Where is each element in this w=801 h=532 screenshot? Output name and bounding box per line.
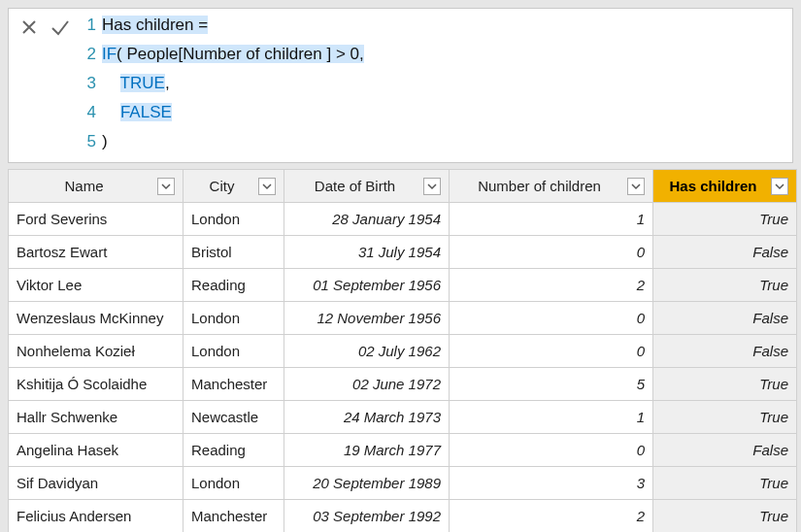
cell-dob[interactable]: 20 September 1989: [284, 467, 450, 500]
cell-name[interactable]: Angelina Hasek: [9, 434, 184, 467]
col-label: Date of Birth: [292, 178, 417, 194]
cell-name[interactable]: Sif Davidyan: [9, 467, 184, 500]
formula-bar: 1 2 3 4 5 Has children =IF( People[Numbe…: [8, 8, 793, 163]
cell-num[interactable]: 0: [450, 434, 653, 467]
dax-editor[interactable]: 1 2 3 4 5 Has children =IF( People[Numbe…: [81, 9, 792, 162]
cell-name[interactable]: Wenzeslaus McKinney: [9, 302, 184, 335]
cell-name[interactable]: Viktor Lee: [9, 269, 184, 302]
cell-city[interactable]: London: [184, 335, 284, 368]
filter-button[interactable]: [771, 178, 788, 195]
table-row[interactable]: Felicius Andersen Manchester 03 Septembe…: [9, 500, 797, 533]
app-surface: 1 2 3 4 5 Has children =IF( People[Numbe…: [0, 0, 801, 532]
cell-dob[interactable]: 02 July 1962: [284, 335, 450, 368]
cell-name[interactable]: Bartosz Ewart: [9, 236, 184, 269]
cell-name[interactable]: Kshitija Ó Scolaidhe: [9, 368, 184, 401]
col-label: City: [191, 178, 252, 194]
cell-num[interactable]: 0: [450, 302, 653, 335]
cell-has[interactable]: False: [653, 302, 797, 335]
cell-has[interactable]: True: [653, 401, 797, 434]
chevron-down-icon: [631, 182, 641, 191]
cell-city[interactable]: London: [184, 203, 284, 236]
line-gutter: 1 2 3 4 5: [81, 11, 102, 156]
table: Name City Date of Birth: [8, 169, 797, 532]
chevron-down-icon: [775, 182, 784, 191]
cell-dob[interactable]: 03 September 1992: [284, 500, 450, 533]
table-body: Ford Severins London 28 January 1954 1 T…: [9, 203, 797, 533]
header-row: Name City Date of Birth: [9, 170, 797, 203]
cell-has[interactable]: False: [653, 236, 797, 269]
col-label: Name: [17, 178, 151, 194]
table-row[interactable]: Hallr Schwenke Newcastle 24 March 1973 1…: [9, 401, 797, 434]
cell-dob[interactable]: 31 July 1954: [284, 236, 450, 269]
code-area[interactable]: Has children =IF( People[Number of child…: [102, 11, 792, 156]
cell-has[interactable]: True: [653, 500, 797, 533]
table-row[interactable]: Viktor Lee Reading 01 September 1956 2 T…: [9, 269, 797, 302]
col-label: Has children: [661, 178, 765, 194]
close-icon: [19, 17, 39, 41]
check-icon: [50, 17, 71, 42]
cell-city[interactable]: Newcastle: [184, 401, 284, 434]
cell-city[interactable]: Manchester: [184, 500, 284, 533]
table-row[interactable]: Angelina Hasek Reading 19 March 1977 0 F…: [9, 434, 797, 467]
cell-dob[interactable]: 02 June 1972: [284, 368, 450, 401]
cell-city[interactable]: Reading: [184, 269, 284, 302]
chevron-down-icon: [161, 182, 171, 191]
table-row[interactable]: Wenzeslaus McKinney London 12 November 1…: [9, 302, 797, 335]
cancel-formula-button[interactable]: [15, 15, 44, 44]
col-header-city[interactable]: City: [184, 170, 284, 203]
cell-num[interactable]: 0: [450, 335, 653, 368]
table-row[interactable]: Kshitija Ó Scolaidhe Manchester 02 June …: [9, 368, 797, 401]
table-row[interactable]: Ford Severins London 28 January 1954 1 T…: [9, 203, 797, 236]
cell-dob[interactable]: 12 November 1956: [284, 302, 450, 335]
table-row[interactable]: Sif Davidyan London 20 September 1989 3 …: [9, 467, 797, 500]
col-header-dob[interactable]: Date of Birth: [284, 170, 450, 203]
cell-city[interactable]: Manchester: [184, 368, 284, 401]
chevron-down-icon: [262, 182, 272, 191]
cell-name[interactable]: Nonhelema Kozieł: [9, 335, 184, 368]
formula-actions: [9, 9, 81, 162]
cell-num[interactable]: 5: [450, 368, 653, 401]
cell-name[interactable]: Ford Severins: [9, 203, 184, 236]
cell-city[interactable]: Bristol: [184, 236, 284, 269]
cell-dob[interactable]: 28 January 1954: [284, 203, 450, 236]
cell-has[interactable]: True: [653, 203, 797, 236]
cell-num[interactable]: 3: [450, 467, 653, 500]
cell-dob[interactable]: 24 March 1973: [284, 401, 450, 434]
cell-num[interactable]: 1: [450, 203, 653, 236]
col-header-num[interactable]: Number of children: [450, 170, 653, 203]
cell-has[interactable]: True: [653, 467, 797, 500]
filter-button[interactable]: [157, 178, 175, 195]
cell-has[interactable]: False: [653, 434, 797, 467]
cell-has[interactable]: True: [653, 269, 797, 302]
cell-has[interactable]: False: [653, 335, 797, 368]
cell-name[interactable]: Felicius Andersen: [9, 500, 184, 533]
table-row[interactable]: Bartosz Ewart Bristol 31 July 1954 0 Fal…: [9, 236, 797, 269]
cell-num[interactable]: 0: [450, 236, 653, 269]
commit-formula-button[interactable]: [46, 15, 75, 44]
table-row[interactable]: Nonhelema Kozieł London 02 July 1962 0 F…: [9, 335, 797, 368]
filter-button[interactable]: [258, 178, 276, 195]
filter-button[interactable]: [423, 178, 441, 195]
data-grid: Name City Date of Birth: [8, 169, 793, 532]
cell-num[interactable]: 2: [450, 500, 653, 533]
cell-name[interactable]: Hallr Schwenke: [9, 401, 184, 434]
cell-has[interactable]: True: [653, 368, 797, 401]
col-header-name[interactable]: Name: [9, 170, 184, 203]
cell-num[interactable]: 1: [450, 401, 653, 434]
col-label: Number of children: [457, 178, 621, 194]
cell-city[interactable]: London: [184, 302, 284, 335]
cell-dob[interactable]: 01 September 1956: [284, 269, 450, 302]
cell-num[interactable]: 2: [450, 269, 653, 302]
cell-dob[interactable]: 19 March 1977: [284, 434, 450, 467]
col-header-has[interactable]: Has children: [653, 170, 797, 203]
cell-city[interactable]: Reading: [184, 434, 284, 467]
filter-button[interactable]: [627, 178, 645, 195]
cell-city[interactable]: London: [184, 467, 284, 500]
chevron-down-icon: [427, 182, 437, 191]
